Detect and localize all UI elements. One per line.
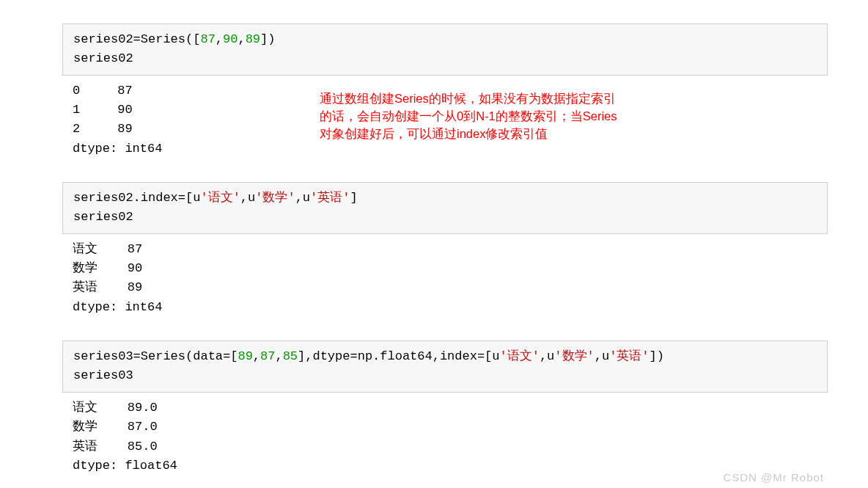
code-text: series02=Series([ — [73, 32, 200, 46]
code-text: series02 — [73, 210, 133, 224]
code-text: , — [216, 32, 223, 46]
cell-3: series03=Series(data=[89,87,85],dtype=np… — [62, 340, 828, 486]
code-text: series02 — [73, 51, 133, 65]
code-string: '数学' — [554, 349, 594, 363]
code-number: 87 — [260, 349, 275, 363]
cell-2: series02.index=[u'语文',u'数学',u'英语'] serie… — [62, 182, 828, 327]
code-text: , — [238, 32, 245, 46]
code-text: series03 — [73, 368, 133, 382]
code-string: '语文' — [500, 349, 540, 363]
code-text: series03=Series(data=[ — [73, 349, 238, 363]
code-text: ]) — [650, 349, 664, 363]
cell-2-code: series02.index=[u'语文',u'数学',u'英语'] serie… — [62, 182, 828, 234]
watermark-text: CSDN @Mr Robot — [723, 471, 824, 484]
code-number: 87 — [200, 32, 215, 46]
cell-2-output: 语文 87 数学 90 英语 89 dtype: int64 — [62, 234, 828, 327]
code-text: ],dtype=np.float64,index=[u — [298, 349, 499, 363]
code-string: '数学' — [255, 191, 295, 205]
code-text: ] — [350, 191, 357, 205]
annotation-line2: 的话，会自动创建一个从0到N-1的整数索引；当Series — [320, 109, 617, 123]
cell-3-output: 语文 89.0 数学 87.0 英语 85.0 dtype: float64 — [62, 393, 828, 486]
code-text: , — [275, 349, 282, 363]
code-number: 85 — [283, 349, 298, 363]
annotation-line1: 通过数组创建Series的时候，如果没有为数据指定索引 — [320, 92, 616, 105]
cell-3-code: series03=Series(data=[89,87,85],dtype=np… — [62, 340, 828, 393]
code-text: ]) — [260, 32, 275, 46]
cell-1-code: series02=Series([87,90,89]) series02 — [62, 23, 828, 76]
code-text: , — [253, 349, 260, 363]
code-text: ,u — [295, 191, 310, 205]
code-string: '语文' — [200, 191, 240, 205]
code-number: 90 — [223, 32, 238, 46]
code-number: 89 — [246, 32, 260, 46]
code-string: '英语' — [609, 349, 649, 363]
annotation-text: 通过数组创建Series的时候，如果没有为数据指定索引 的话，会自动创建一个从0… — [320, 90, 617, 143]
code-text: ,u — [595, 349, 609, 363]
annotation-line3: 对象创建好后，可以通过index修改索引值 — [320, 127, 548, 140]
code-text: ,u — [540, 349, 554, 363]
code-text: series02.index=[u — [73, 191, 200, 205]
code-string: '英语' — [310, 191, 350, 205]
code-number: 89 — [238, 349, 252, 363]
code-text: ,u — [240, 191, 255, 205]
